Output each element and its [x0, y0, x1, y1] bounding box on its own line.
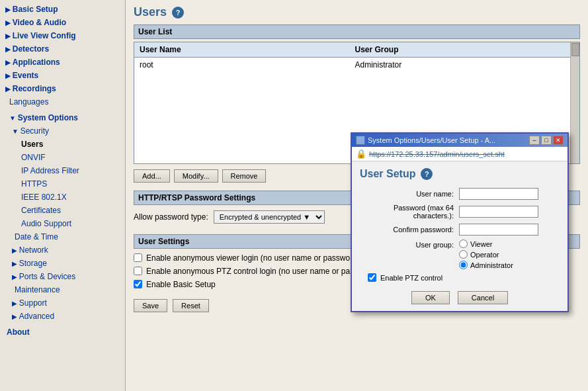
modal-window: System Options/Users/User Setup - A... –… — [351, 132, 569, 312]
sidebar-item-detectors[interactable]: Detectors — [0, 42, 125, 56]
close-button[interactable]: ✕ — [553, 136, 564, 145]
modal-title: User Setup ? — [360, 168, 560, 180]
cancel-button[interactable]: Cancel — [458, 291, 508, 304]
sidebar-item-applications[interactable]: Applications — [0, 56, 125, 69]
ptz-control-checkbox[interactable] — [368, 273, 376, 282]
sidebar-item-certificates[interactable]: Certificates — [0, 204, 125, 217]
sidebar-item-ip-filter[interactable]: IP Address Filter — [0, 164, 125, 177]
confirm-password-input[interactable] — [459, 224, 538, 236]
radio-operator-input[interactable] — [459, 250, 468, 259]
sidebar-item-security[interactable]: ▼ Security — [0, 124, 125, 138]
sidebar-item-users[interactable]: Users — [0, 138, 125, 151]
user-group-row: User group: Viewer Operator Administr — [360, 239, 560, 269]
sidebar-item-basic-setup[interactable]: Basic Setup — [0, 3, 125, 16]
modal-icon — [356, 136, 365, 145]
sidebar-item-recordings[interactable]: Recordings — [0, 82, 125, 95]
main-content: Users ? User List User Name User Group r… — [126, 0, 588, 391]
lock-icon: 🔒 — [356, 149, 366, 159]
sidebar-item-date-time[interactable]: Date & Time — [0, 230, 125, 243]
maximize-button[interactable]: □ — [541, 136, 552, 145]
radio-administrator-input[interactable] — [459, 261, 468, 269]
ptz-row: Enable PTZ control — [360, 273, 560, 282]
sidebar-item-advanced[interactable]: ▶ Advanced — [0, 310, 125, 323]
radio-viewer[interactable]: Viewer — [459, 239, 513, 248]
sidebar-item-https[interactable]: HTTPS — [0, 177, 125, 191]
modal-titlebar-left: System Options/Users/User Setup - A... — [356, 136, 495, 145]
password-row: Password (max 64 characters.): — [360, 204, 560, 220]
modal-body: User Setup ? User name: Password (max 64… — [352, 161, 567, 311]
sidebar-item-maintenance[interactable]: Maintenance — [0, 283, 125, 296]
minimize-button[interactable]: – — [529, 136, 540, 145]
sidebar-item-support[interactable]: ▶ Support — [0, 296, 125, 310]
radio-administrator[interactable]: Administrator — [459, 261, 513, 269]
radio-group: Viewer Operator Administrator — [459, 239, 513, 269]
sidebar-item-storage[interactable]: ▶ Storage — [0, 257, 125, 270]
sidebar-item-network[interactable]: ▶ Network — [0, 243, 125, 257]
radio-operator[interactable]: Operator — [459, 250, 513, 259]
modal-controls: – □ ✕ — [529, 136, 564, 145]
sidebar-item-audio-support[interactable]: Audio Support — [0, 217, 125, 230]
sidebar-item-ieee8021x[interactable]: IEEE 802.1X — [0, 191, 125, 204]
radio-viewer-input[interactable] — [459, 239, 468, 248]
modal-addressbar: 🔒 https://172.25.33.157/admin/users_set.… — [352, 147, 567, 161]
modal-help-icon[interactable]: ? — [421, 168, 433, 180]
sidebar-item-onvif[interactable]: ONVIF — [0, 151, 125, 164]
sidebar: Basic Setup Video & Audio Live View Conf… — [0, 0, 126, 391]
username-input[interactable] — [459, 188, 538, 200]
modal-overlay: System Options/Users/User Setup - A... –… — [126, 0, 588, 391]
modal-titlebar: System Options/Users/User Setup - A... –… — [352, 134, 567, 147]
username-row: User name: — [360, 188, 560, 200]
sidebar-item-system-options[interactable]: System Options — [0, 111, 125, 124]
sidebar-item-live-view[interactable]: Live View Config — [0, 29, 125, 42]
sidebar-item-about[interactable]: About — [0, 326, 125, 339]
ok-button[interactable]: OK — [411, 291, 450, 304]
sidebar-item-ports-devices[interactable]: ▶ Ports & Devices — [0, 270, 125, 283]
sidebar-item-languages[interactable]: Languages — [0, 95, 125, 109]
password-input[interactable] — [459, 206, 538, 218]
sidebar-item-events[interactable]: Events — [0, 69, 125, 82]
modal-footer: OK Cancel — [360, 288, 560, 304]
sidebar-item-video-audio[interactable]: Video & Audio — [0, 16, 125, 29]
confirm-password-row: Confirm password: — [360, 224, 560, 236]
